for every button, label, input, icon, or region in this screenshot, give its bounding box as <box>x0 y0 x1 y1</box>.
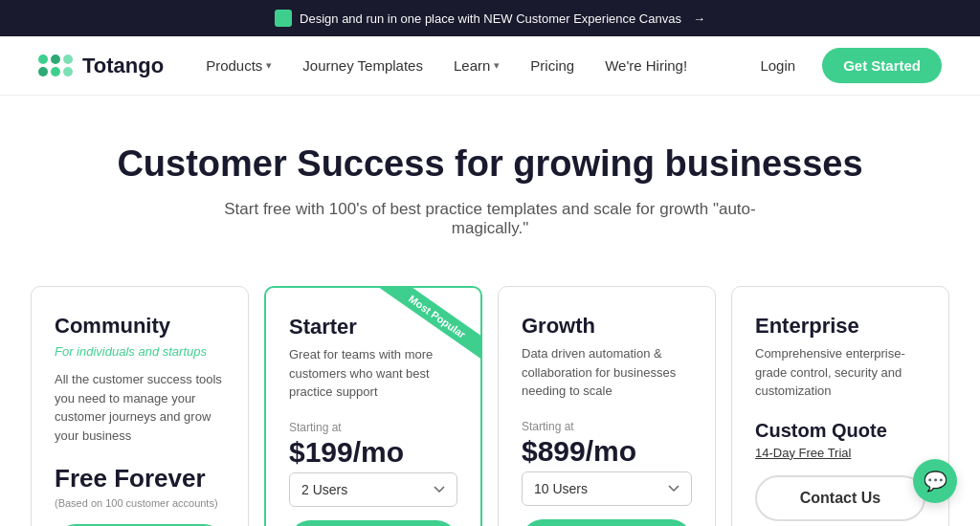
cta-button-starter[interactable]: Try for Free <box>289 520 457 527</box>
price-label-starter: Starting at <box>289 421 457 434</box>
logo-dot-2 <box>51 55 60 64</box>
logo-link[interactable]: Totango <box>38 54 164 78</box>
nav-products[interactable]: Products ▾ <box>192 50 285 81</box>
price-note-community: (Based on 100 customer accounts) <box>55 497 225 509</box>
hero-subtitle: Start free with 100's of best practice t… <box>203 200 777 238</box>
chevron-down-icon: ▾ <box>266 59 272 72</box>
price-label-growth: Starting at <box>522 420 692 433</box>
free-trial-link-enterprise[interactable]: 14-Day Free Trial <box>755 446 925 460</box>
pricing-card-community: CommunityFor individuals and startupsAll… <box>31 286 249 526</box>
logo-dot-4 <box>38 67 48 77</box>
nav-links: Products ▾ Journey Templates Learn ▾ Pri… <box>192 50 748 81</box>
pricing-section: CommunityFor individuals and startupsAll… <box>0 267 980 526</box>
chat-widget[interactable]: 💬 <box>913 459 957 503</box>
user-select-growth[interactable]: 10 Users20 Users50 Users <box>522 471 692 506</box>
card-description-starter: Great for teams with more customers who … <box>289 345 457 402</box>
price-amount-growth: $899/mo <box>522 435 692 468</box>
hero-section: Customer Success for growing businesses … <box>0 96 980 267</box>
price-community: Free Forever <box>55 464 225 493</box>
pricing-card-starter: Most PopularStarterGreat for teams with … <box>264 286 482 526</box>
get-started-button[interactable]: Get Started <box>822 48 942 83</box>
nav-hiring[interactable]: We're Hiring! <box>591 50 701 81</box>
banner-arrow: → <box>693 11 705 26</box>
nav-journey-templates[interactable]: Journey Templates <box>289 50 436 81</box>
card-title-community: Community <box>55 314 225 339</box>
price-amount-starter: $199/mo <box>289 436 457 469</box>
logo-name: Totango <box>82 54 164 78</box>
nav-learn[interactable]: Learn ▾ <box>440 50 513 81</box>
price-custom-enterprise: Custom Quote <box>755 420 925 442</box>
logo-dot-5 <box>51 67 60 77</box>
cta-button-enterprise[interactable]: Contact Us <box>755 475 925 521</box>
chat-icon: 💬 <box>924 470 947 493</box>
hero-title: Customer Success for growing businesses <box>19 143 961 185</box>
card-title-growth: Growth <box>522 314 692 339</box>
logo-dots <box>38 55 73 77</box>
card-description-growth: Data driven automation & collaboration f… <box>522 344 692 401</box>
nav-pricing[interactable]: Pricing <box>517 50 588 81</box>
user-select-starter[interactable]: 2 Users5 Users10 Users <box>289 472 457 507</box>
logo-dot-3 <box>63 55 73 64</box>
top-banner[interactable]: Design and run in one place with NEW Cus… <box>0 0 980 36</box>
card-description-community: All the customer success tools you need … <box>55 370 225 445</box>
chevron-down-icon-learn: ▾ <box>494 59 500 72</box>
navbar: Totango Products ▾ Journey Templates Lea… <box>0 36 980 96</box>
cta-button-growth[interactable]: Try for Free <box>522 519 692 527</box>
login-button[interactable]: Login <box>748 50 807 81</box>
card-subtitle-community: For individuals and startups <box>55 344 225 359</box>
card-title-enterprise: Enterprise <box>755 314 925 339</box>
card-description-enterprise: Comprehensive enterprise-grade control, … <box>755 344 925 401</box>
banner-icon <box>275 10 292 27</box>
pricing-card-growth: GrowthData driven automation & collabora… <box>498 286 716 526</box>
logo-dot-6 <box>63 67 73 77</box>
nav-right: Login Get Started <box>748 48 942 83</box>
banner-text: Design and run in one place with NEW Cus… <box>300 11 681 26</box>
logo-dot-1 <box>38 55 48 64</box>
